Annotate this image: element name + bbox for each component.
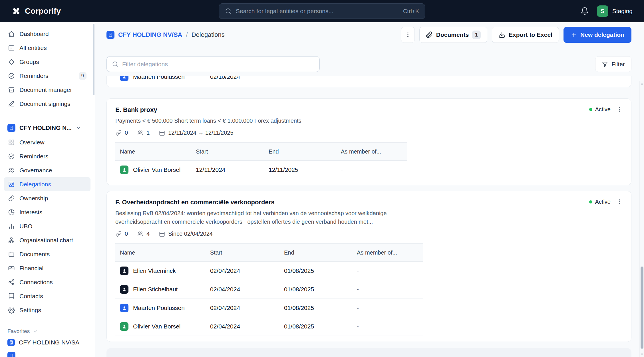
entities-list-icon bbox=[8, 45, 15, 51]
sidebar-item-overview[interactable]: Overview bbox=[4, 135, 90, 149]
table-row[interactable]: Maarten Poulussen 02/04/2024 01/08/2025 … bbox=[115, 299, 423, 317]
sidebar-entity-switcher[interactable]: CFY HOLDING N... bbox=[4, 120, 90, 135]
search-shortcut: Ctrl+K bbox=[403, 8, 419, 15]
person-avatar bbox=[120, 304, 128, 312]
sidebar-item-ubo[interactable]: UBO bbox=[4, 219, 90, 233]
more-options-button[interactable] bbox=[401, 27, 415, 43]
active-status-dot bbox=[589, 200, 592, 203]
brand[interactable]: Corporify bbox=[11, 6, 61, 16]
documents-button[interactable]: Documents 1 bbox=[419, 27, 487, 43]
favorites-toggle[interactable]: Favorites bbox=[7, 327, 87, 335]
new-delegation-button[interactable]: New delegation bbox=[564, 27, 631, 43]
list-toolbar: Filter bbox=[106, 56, 631, 72]
sidebar-item-label: Settings bbox=[19, 307, 41, 314]
column-header-end: End bbox=[284, 249, 357, 256]
start-date: 02/04/2024 bbox=[210, 304, 284, 311]
column-header-name: Name bbox=[115, 148, 196, 155]
search-icon bbox=[112, 61, 118, 67]
main-scrollbar[interactable] bbox=[639, 81, 644, 357]
sidebar-item-entity-reminders[interactable]: Reminders bbox=[4, 149, 90, 163]
check-circle-icon bbox=[8, 72, 15, 79]
link-icon bbox=[8, 195, 15, 202]
person-avatar bbox=[120, 76, 128, 81]
sidebar-item-governance[interactable]: Governance bbox=[4, 163, 90, 177]
sidebar-item-label: Ownership bbox=[19, 195, 48, 202]
favorite-item-partial[interactable] bbox=[4, 352, 90, 357]
sidebar-item-delegations[interactable]: Delegations bbox=[4, 177, 90, 191]
table-row[interactable]: Olivier Van Borsel 12/11/2024 12/11/2025… bbox=[115, 161, 407, 179]
breadcrumb-entity-link[interactable]: CFY HOLDING NV/SA bbox=[118, 31, 182, 39]
paperclip-icon bbox=[426, 31, 433, 38]
sidebar-item-reminders[interactable]: Reminders 9 bbox=[4, 69, 90, 83]
sidebar-item-groups[interactable]: Groups bbox=[4, 55, 90, 69]
member-name: Ellen Stichelbaut bbox=[133, 286, 178, 293]
main-scrollbar-thumb[interactable] bbox=[641, 267, 643, 349]
table-row[interactable]: Elien Vlaeminck 02/04/2024 01/08/2025 - bbox=[115, 262, 423, 280]
table-row[interactable]: Olivier Van Borsel 02/04/2024 01/08/2025… bbox=[115, 317, 423, 336]
filter-delegations-field[interactable] bbox=[106, 56, 320, 72]
sidebar-item-label: Overview bbox=[19, 139, 45, 146]
export-to-excel-button[interactable]: Export to Excel bbox=[492, 27, 559, 43]
download-icon bbox=[498, 31, 505, 38]
sidebar-item-settings[interactable]: Settings bbox=[4, 303, 90, 317]
notifications-button[interactable] bbox=[580, 7, 589, 15]
status-label: Active bbox=[595, 199, 611, 205]
table-header: Name Start End As member of... bbox=[115, 243, 423, 262]
global-search[interactable]: Ctrl+K bbox=[219, 3, 425, 19]
members-count: 1 bbox=[137, 130, 150, 136]
sidebar-item-all-entities[interactable]: All entities bbox=[4, 41, 90, 55]
delegation-card-e-bank-proxy: E. Bank proxy Active Payments < € 500.00… bbox=[106, 98, 631, 185]
sidebar-item-ownership[interactable]: Ownership bbox=[4, 191, 90, 205]
sidebar-item-organisational-chart[interactable]: Organisational chart bbox=[4, 233, 90, 247]
sidebar-scrollbar-thumb[interactable] bbox=[93, 24, 94, 95]
card-menu-button[interactable] bbox=[616, 106, 623, 112]
sidebar-item-document-signings[interactable]: Document signings bbox=[4, 97, 90, 111]
scrollbar-up-arrow[interactable] bbox=[640, 82, 644, 86]
filter-delegations-input[interactable] bbox=[122, 61, 314, 68]
folder-icon bbox=[8, 251, 15, 258]
as-member-of: - bbox=[357, 304, 423, 311]
sidebar-item-documents[interactable]: Documents bbox=[4, 247, 90, 261]
members-count-value: 1 bbox=[146, 130, 150, 136]
user-avatar[interactable]: S bbox=[597, 5, 608, 17]
scrollbar-down-arrow[interactable] bbox=[640, 352, 644, 356]
sidebar-item-label: Delegations bbox=[19, 181, 51, 188]
id-badge-icon bbox=[8, 181, 15, 188]
sidebar-item-contacts[interactable]: Contacts bbox=[4, 289, 90, 303]
column-header-start: Start bbox=[210, 249, 284, 256]
filter-button[interactable]: Filter bbox=[595, 56, 631, 72]
sidebar-item-label: UBO bbox=[19, 223, 33, 230]
delegation-title: E. Bank proxy bbox=[115, 106, 157, 114]
new-delegation-label: New delegation bbox=[580, 31, 624, 38]
member-name: Elien Vlaeminck bbox=[133, 267, 176, 274]
sidebar-item-dashboard[interactable]: Dashboard bbox=[4, 27, 90, 41]
delegation-description: Payments < € 500.000 Short term loans < … bbox=[115, 116, 424, 125]
favorite-item-cfy-holding[interactable]: CFY HOLDING NV/SA bbox=[4, 335, 90, 350]
favorite-item-label: CFY HOLDING NV/SA bbox=[19, 339, 79, 346]
sidebar-item-label: Connections bbox=[19, 279, 53, 286]
sidebar-item-label: Document manager bbox=[19, 86, 72, 93]
calendar-icon bbox=[159, 231, 165, 237]
linked-documents-count: 0 bbox=[115, 231, 128, 237]
global-search-input[interactable] bbox=[236, 8, 399, 15]
topbar: Corporify Ctrl+K S Staging bbox=[0, 0, 644, 22]
end-date: 01/08/2025 bbox=[284, 286, 357, 293]
card-menu-button[interactable] bbox=[616, 199, 623, 205]
member-name: Maarten Poulussen bbox=[133, 304, 185, 311]
table-row[interactable]: Ellen Stichelbaut 02/04/2024 01/08/2025 … bbox=[115, 280, 423, 299]
person-avatar bbox=[120, 322, 128, 331]
sidebar-item-interests[interactable]: Interests bbox=[4, 205, 90, 219]
user-menu[interactable]: S Staging bbox=[597, 5, 633, 17]
sidebar-item-financial[interactable]: Financial bbox=[4, 261, 90, 275]
documents-count-badge: 1 bbox=[472, 31, 481, 39]
as-member-of: - bbox=[357, 267, 423, 274]
sidebar-item-connections[interactable]: Connections bbox=[4, 275, 90, 289]
table-row[interactable]: Maarten Poulussen 02/10/2024 bbox=[115, 76, 423, 86]
sidebar-item-document-manager[interactable]: Document manager bbox=[4, 83, 90, 97]
documents-button-label: Documents bbox=[436, 31, 469, 38]
brand-name: Corporify bbox=[25, 7, 61, 16]
column-header-end: End bbox=[269, 148, 341, 155]
period-value: Since 02/04/2024 bbox=[168, 231, 213, 237]
linked-documents-count: 0 bbox=[115, 130, 128, 136]
sidebar-item-label: Dashboard bbox=[19, 31, 49, 37]
